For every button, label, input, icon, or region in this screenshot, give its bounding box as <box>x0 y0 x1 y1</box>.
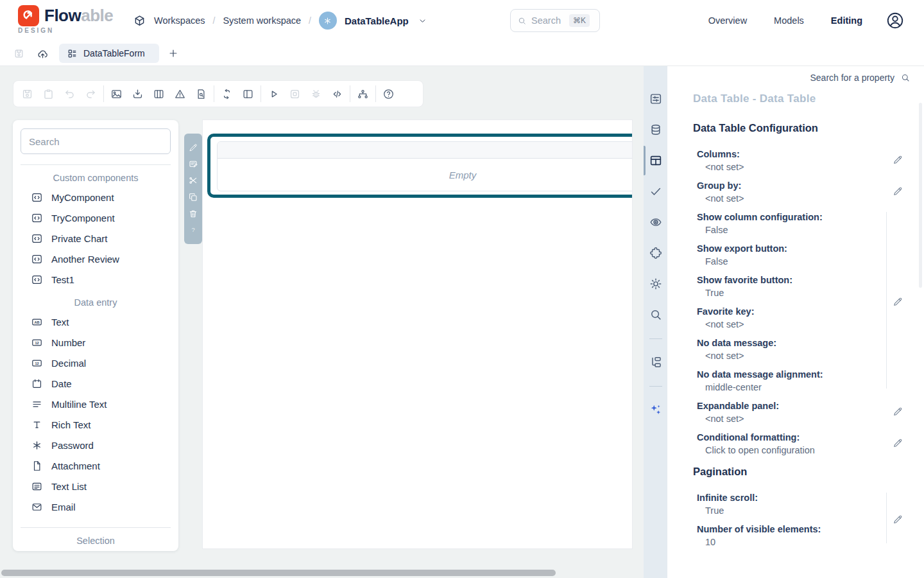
edit-pencil-button[interactable] <box>892 406 903 417</box>
palette-item-label: Another Review <box>51 254 119 265</box>
breadcrumb-workspace[interactable]: System workspace <box>223 15 301 26</box>
palette-section-title: Custom components <box>13 173 178 183</box>
rail-data-source[interactable] <box>644 114 667 145</box>
warning-button[interactable] <box>169 84 191 103</box>
import-button[interactable] <box>127 84 148 103</box>
property-group: Columns:<not set> <box>693 148 924 173</box>
snapshot-icon <box>289 88 301 100</box>
svg-text:12: 12 <box>35 340 38 344</box>
rail-search[interactable] <box>644 299 667 330</box>
palette-item-rich-text[interactable]: Rich Text <box>13 414 178 435</box>
property-row: No data message:<not set> <box>693 337 879 362</box>
breadcrumb-app-name[interactable]: DataTableApp <box>345 15 409 26</box>
palette-item-mycomponent[interactable]: MyComponent <box>13 187 178 207</box>
nav-models[interactable]: Models <box>774 15 804 26</box>
rail-validation[interactable] <box>644 176 667 207</box>
palette-search-input[interactable] <box>21 128 171 154</box>
palette-item-password[interactable]: Password <box>13 435 178 455</box>
data-table-header-row <box>218 142 633 159</box>
property-label: Show favorite button: <box>697 274 879 286</box>
palette-item-another-review[interactable]: Another Review <box>13 249 178 269</box>
duplicate-button[interactable] <box>188 192 198 202</box>
user-avatar-icon[interactable] <box>886 11 905 30</box>
palette-item-label: Number <box>51 337 85 348</box>
selected-component-title: Data Table - Data Table <box>693 92 816 105</box>
columns-button[interactable] <box>148 84 169 103</box>
eye-icon <box>649 215 663 229</box>
property-search[interactable]: Search for a property <box>810 73 911 83</box>
palette-item-text[interactable]: ABText <box>13 311 178 332</box>
property-value: False <box>697 255 879 268</box>
rail-model-tree[interactable] <box>644 347 667 378</box>
palette-item-number[interactable]: 12Number <box>13 332 178 353</box>
doc-preview-icon <box>195 88 207 100</box>
breadcrumb-workspaces[interactable]: Workspaces <box>154 15 205 26</box>
palette-item-text-list[interactable]: Text List <box>13 476 178 496</box>
global-search[interactable]: ⌘K <box>510 9 600 32</box>
property-value: <not set> <box>697 412 879 425</box>
rail-general-properties[interactable] <box>644 83 667 114</box>
property-label: No data message: <box>697 337 879 349</box>
help-button[interactable] <box>378 84 399 103</box>
num-box-icon: 12 <box>31 337 43 349</box>
cut-button[interactable] <box>188 175 198 186</box>
rail-data-table-properties[interactable] <box>644 145 667 176</box>
add-tab-button[interactable] <box>167 48 179 59</box>
nav-editing[interactable]: Editing <box>831 15 862 26</box>
palette-item-label: Decimal <box>51 358 86 369</box>
edit-properties-button[interactable] <box>188 159 198 169</box>
warning-icon <box>174 88 186 100</box>
rail-settings[interactable] <box>644 268 667 299</box>
edit-pencil-button[interactable] <box>892 154 903 166</box>
play-button[interactable] <box>263 84 284 103</box>
doc-preview-button[interactable] <box>191 84 212 103</box>
property-group: Show column configuration:FalseShow expo… <box>693 211 924 394</box>
publish-icon[interactable] <box>37 48 49 60</box>
side-panel-button[interactable] <box>237 84 259 103</box>
toolbar-divider <box>350 85 350 102</box>
flowable-logo: Flowable DESIGN <box>18 5 113 34</box>
nav-overview[interactable]: Overview <box>708 15 747 26</box>
swap-button[interactable] <box>216 84 237 103</box>
code-button[interactable] <box>327 84 348 103</box>
edit-button[interactable] <box>188 143 198 153</box>
global-search-input[interactable] <box>531 15 565 26</box>
palette-item-label: Password <box>51 440 94 451</box>
rail-visibility[interactable] <box>644 207 667 238</box>
palette-item-trycomponent[interactable]: TryComponent <box>13 207 178 228</box>
file-icon <box>31 460 43 472</box>
sitemap-button[interactable] <box>352 84 373 103</box>
palette-item-test1[interactable]: Test1 <box>13 269 178 290</box>
svg-text:12: 12 <box>35 361 38 365</box>
edit-pencil-button[interactable] <box>892 514 903 525</box>
delete-button[interactable] <box>188 209 198 219</box>
form-canvas[interactable]: Empty <box>202 119 633 549</box>
palette-item-email[interactable]: Email <box>13 496 178 517</box>
edit-pencil-button[interactable] <box>892 186 903 197</box>
property-label: Number of visible elements: <box>697 523 879 536</box>
toolbar-divider <box>103 85 104 102</box>
rail-ai-assistant[interactable] <box>644 394 667 425</box>
properties-section-title: Data Table Configuration <box>693 121 924 135</box>
data-table-component-selected[interactable]: Empty <box>207 134 633 198</box>
code-box-icon <box>31 212 43 224</box>
palette-item-decimal[interactable]: 12Decimal <box>13 353 178 373</box>
property-value: <not set> <box>697 318 879 331</box>
image-button[interactable] <box>106 84 127 103</box>
horizontal-scrollbar[interactable] <box>1 570 556 576</box>
palette-item-multiline-text[interactable]: Multiline Text <box>13 394 178 414</box>
properties-scrollbar[interactable] <box>919 103 922 288</box>
palette-item-attachment[interactable]: Attachment <box>13 455 178 476</box>
toolbar-divider <box>214 85 214 102</box>
chevron-down-icon[interactable] <box>418 16 427 26</box>
undo-icon <box>64 88 76 100</box>
breadcrumb-separator: / <box>213 15 216 26</box>
help-button[interactable]: ? <box>188 225 198 235</box>
edit-pencil-button[interactable] <box>892 437 903 449</box>
rail-components[interactable] <box>644 238 667 268</box>
edit-pencil-button[interactable] <box>892 296 903 308</box>
sitemap-icon <box>357 88 369 100</box>
palette-item-date[interactable]: Date <box>13 373 178 394</box>
palette-item-private-chart[interactable]: Private Chart <box>13 228 178 249</box>
tab-datatableform[interactable]: DataTableForm <box>59 44 159 63</box>
